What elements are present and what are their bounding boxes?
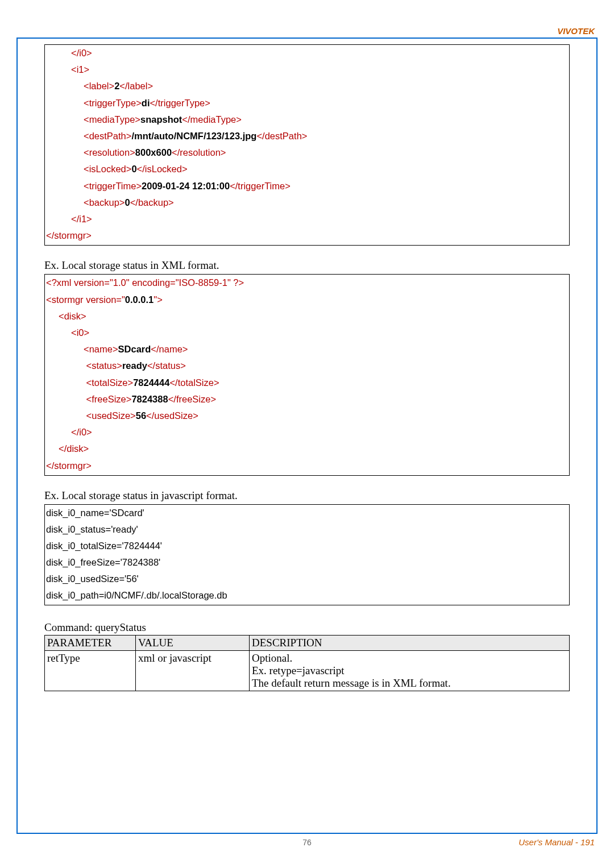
xml-val: /mnt/auto/NCMF/123/123.jpg — [131, 131, 256, 141]
xml-tag: <triggerType> — [84, 98, 142, 108]
th-description: DESCRIPTION — [250, 636, 570, 651]
xml-closetag: </i0> — [71, 48, 92, 58]
td-value: xml or javascript — [136, 651, 250, 691]
xml-tag: <isLocked> — [84, 164, 131, 174]
desc-line: The default return message is in XML for… — [252, 677, 567, 690]
xml-val: 2009-01-24 12:01:00 — [142, 181, 230, 191]
xml-closetag: </stormgr> — [46, 460, 92, 471]
xml-tag: </label> — [119, 81, 153, 91]
xml-tag: <name> — [84, 344, 118, 354]
xml-opentag: <i0> — [71, 327, 89, 338]
xml-closetag: </stormgr> — [46, 230, 92, 240]
xml-opentag: <stormgr version=" — [46, 294, 125, 305]
xml-attrval: 1.0 — [113, 277, 126, 288]
caption-js-status: Ex. Local storage status in javascript f… — [44, 489, 570, 502]
xml-tag: <label> — [84, 81, 114, 91]
desc-line: Ex. retype=javascript — [252, 665, 567, 677]
js-line: disk_i0_name='SDcard' — [46, 505, 568, 521]
xml-tag: </isLocked> — [137, 164, 188, 174]
xml-block-1: </i0> <i1> <label>2</label> <triggerType… — [44, 44, 570, 246]
xml-val: di — [142, 98, 150, 108]
xml-tag: </usedSize> — [146, 410, 198, 421]
xml-decl: " ?> — [227, 277, 244, 288]
xml-tag: <usedSize> — [86, 410, 136, 421]
td-param: retType — [45, 651, 136, 691]
xml-tag: </triggerTime> — [230, 181, 291, 191]
xml-val: 0 — [131, 164, 136, 174]
xml-tag: </name> — [151, 344, 188, 354]
xml-tag: <triggerTime> — [84, 181, 142, 191]
th-parameter: PARAMETER — [45, 636, 136, 651]
xml-tag: </mediaType> — [182, 114, 242, 124]
js-line: disk_i0_freeSize='7824388' — [46, 554, 568, 571]
xml-tag: </destPath> — [256, 131, 307, 141]
xml-attrval: ISO-8859-1 — [179, 277, 227, 288]
js-block: disk_i0_name='SDcard' disk_i0_status='re… — [44, 504, 570, 605]
xml-tag: <status> — [86, 360, 122, 371]
js-line: disk_i0_usedSize='56' — [46, 571, 568, 587]
xml-tag: </triggerType> — [150, 98, 210, 108]
xml-val: 2 — [114, 81, 119, 91]
xml-closetag: </i1> — [71, 214, 92, 224]
xml-opentag: "> — [154, 294, 163, 305]
xml-val: snapshot — [140, 114, 182, 124]
xml-tag: <destPath> — [84, 131, 131, 141]
xml-tag: </backup> — [130, 197, 174, 207]
xml-tag: <backup> — [84, 197, 125, 207]
xml-attrval: 0.0.0.1 — [125, 294, 154, 305]
desc-line: Optional. — [252, 652, 567, 665]
td-desc: Optional. Ex. retype=javascript The defa… — [250, 651, 570, 691]
parameter-table: PARAMETER VALUE DESCRIPTION retType xml … — [44, 635, 570, 691]
footer-manual-ref: User's Manual - 191 — [518, 837, 595, 847]
xml-opentag: <i1> — [71, 64, 89, 74]
xml-tag: <mediaType> — [84, 114, 140, 124]
xml-tag: </freeSize> — [168, 394, 216, 404]
js-line: disk_i0_status='ready' — [46, 521, 568, 538]
caption-xml-status: Ex. Local storage status in XML format. — [44, 259, 570, 272]
xml-val: 7824388 — [131, 394, 168, 404]
xml-tag: <totalSize> — [86, 377, 134, 388]
xml-val: 0 — [125, 197, 130, 207]
js-line: disk_i0_path=i0/NCMF/.db/.localStorage.d… — [46, 587, 568, 604]
command-heading: Command: queryStatus — [44, 621, 570, 634]
th-value: VALUE — [136, 636, 250, 651]
xml-closetag: </disk> — [59, 443, 89, 454]
xml-decl: <?xml version=" — [46, 277, 113, 288]
xml-val: ready — [122, 360, 147, 371]
xml-tag: <freeSize> — [86, 394, 132, 404]
xml-val: 56 — [136, 410, 146, 421]
xml-tag: </totalSize> — [169, 377, 219, 388]
xml-block-2: <?xml version="1.0" encoding="ISO-8859-1… — [44, 274, 570, 475]
xml-val: 7824444 — [133, 377, 169, 388]
xml-closetag: </i0> — [71, 427, 92, 437]
xml-opentag: <disk> — [59, 311, 86, 321]
page-content: </i0> <i1> <label>2</label> <triggerType… — [44, 44, 570, 691]
xml-tag: </status> — [147, 360, 186, 371]
xml-val: 800x600 — [135, 147, 172, 157]
xml-decl: " encoding=" — [126, 277, 179, 288]
js-line: disk_i0_totalSize='7824444' — [46, 538, 568, 554]
xml-tag: </resolution> — [172, 147, 226, 157]
xml-tag: <resolution> — [84, 147, 135, 157]
brand-label: VIVOTEK — [557, 26, 595, 36]
xml-val: SDcard — [118, 344, 151, 354]
